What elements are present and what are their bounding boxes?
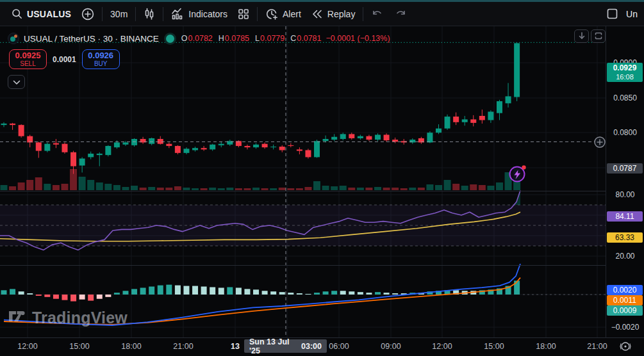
chart-legend: USUAL / TetherUS · 30 · BINANCE O0.0782 … [8, 33, 390, 44]
candle [36, 142, 42, 150]
macd-histogram-bar [297, 293, 302, 295]
instant-order-lightning-button[interactable] [508, 163, 528, 184]
save-layout-button[interactable] [604, 5, 621, 22]
macd-histogram-bar [149, 287, 154, 295]
volume-bar [261, 188, 268, 190]
candle [1, 124, 7, 125]
crosshair-price-badge: 0.0787 [607, 163, 643, 174]
macd-histogram-bar [349, 291, 354, 295]
macd-histogram-bar [166, 285, 172, 295]
axis-tick-label: 0.0850 [606, 93, 644, 102]
pane-separator-price-rsi[interactable] [0, 191, 644, 191]
volume-bar [348, 188, 355, 190]
candle [53, 143, 59, 145]
macd-histogram-bar [175, 286, 181, 295]
indicators-icon [171, 8, 184, 20]
candle [19, 125, 24, 136]
macd-histogram-bar [201, 287, 207, 295]
macd-histogram-bar [53, 295, 59, 299]
replay-button[interactable]: Replay [306, 6, 361, 22]
candle [158, 139, 163, 144]
chart-style-button[interactable] [138, 4, 160, 24]
volume-bar [444, 180, 451, 190]
macd-histogram-bar [288, 293, 293, 295]
sell-button[interactable]: 0.0925 SELL [9, 49, 47, 69]
volume-bar [487, 186, 494, 190]
legend-symbol-title[interactable]: USUAL / TetherUS · 30 · BINANCE [24, 34, 159, 44]
macd-histogram-bar [279, 292, 285, 295]
volume-bar [79, 177, 86, 190]
pane-separator-rsi-macd[interactable] [0, 265, 644, 266]
compare-add-symbol-button[interactable] [76, 4, 99, 24]
indicators-label: Indicators [188, 9, 227, 19]
replay-icon [311, 9, 323, 19]
live-stream-dot-icon [166, 35, 174, 43]
volume-bar [461, 186, 468, 190]
bar-countdown: 16:08 [607, 73, 643, 81]
candle [427, 133, 433, 142]
volume-bar [61, 184, 68, 190]
volume-bar [113, 185, 120, 190]
interval-button[interactable]: 30m [105, 6, 133, 22]
volume-bar [409, 188, 416, 190]
maximize-pane-button[interactable] [591, 29, 606, 43]
macd-histogram-bar [79, 295, 85, 300]
macd-histogram-bar [36, 295, 42, 296]
interval-label: 30m [110, 9, 128, 19]
redo-button[interactable] [389, 6, 412, 22]
volume-bar [452, 184, 459, 190]
indicators-button[interactable]: Indicators [166, 4, 233, 23]
candle [305, 150, 311, 158]
volume-bar [313, 181, 320, 190]
symbol-search-button[interactable]: USUALUS [6, 5, 76, 22]
volume-bar [44, 184, 51, 190]
tradingview-watermark: TradingView [8, 308, 128, 327]
timezone-clock-icon[interactable] [616, 340, 634, 353]
macd-histogram-badge: 0.0009 [607, 305, 643, 316]
volume-bar [331, 186, 338, 190]
candle [210, 145, 215, 150]
add-alert-plus-button[interactable] [593, 136, 606, 149]
time-tick-label: 21:00 [587, 342, 607, 351]
time-axis[interactable]: 12:0015:0018:0021:001306:0009:0012:0015:… [0, 338, 644, 356]
volume-bar [26, 180, 33, 190]
legend-collapse-button[interactable] [8, 75, 25, 89]
arrow-down-icon [578, 31, 586, 42]
macd-histogram-bar [236, 287, 242, 295]
macd-histogram-bar [227, 287, 233, 295]
macd-histogram-bar [192, 286, 198, 295]
buy-button[interactable]: 0.0926 BUY [82, 49, 120, 69]
time-tick-label: 18:00 [121, 342, 141, 351]
search-icon [12, 8, 22, 19]
indicator-templates-button[interactable] [233, 5, 254, 23]
volume-bar [279, 188, 286, 190]
layout-name-label: Un [626, 9, 638, 19]
volume-bar [174, 186, 181, 190]
volume-bar [140, 188, 147, 190]
volume-bar [35, 177, 42, 190]
volume-bar [9, 186, 16, 190]
chevron-down-icon [13, 76, 21, 88]
price-axis[interactable]: 0.09000.08500.08000.075080.0060.0040.002… [606, 26, 644, 337]
macd-histogram-bar [19, 291, 24, 295]
toolbar-divider [257, 7, 258, 21]
undo-icon [371, 9, 384, 19]
macd-histogram-bar [384, 293, 390, 295]
candle [314, 141, 320, 157]
macd-histogram-bar [392, 293, 398, 295]
macd-histogram-bar [244, 289, 250, 295]
toolbar-divider [135, 7, 136, 21]
candle [375, 134, 381, 140]
macd-histogram-bar [105, 295, 111, 297]
macd-histogram-bar [1, 290, 7, 295]
undo-button[interactable] [366, 6, 389, 22]
candle [10, 124, 15, 125]
alert-button[interactable]: Alert [260, 4, 306, 24]
macd-histogram-bar [375, 292, 381, 295]
candle [105, 146, 111, 155]
volume-bar [296, 188, 303, 190]
scroll-to-recent-button[interactable] [574, 29, 589, 43]
volume-bar [131, 186, 138, 190]
symbol-logo-icon [8, 33, 19, 44]
toolbar-divider [163, 7, 163, 21]
